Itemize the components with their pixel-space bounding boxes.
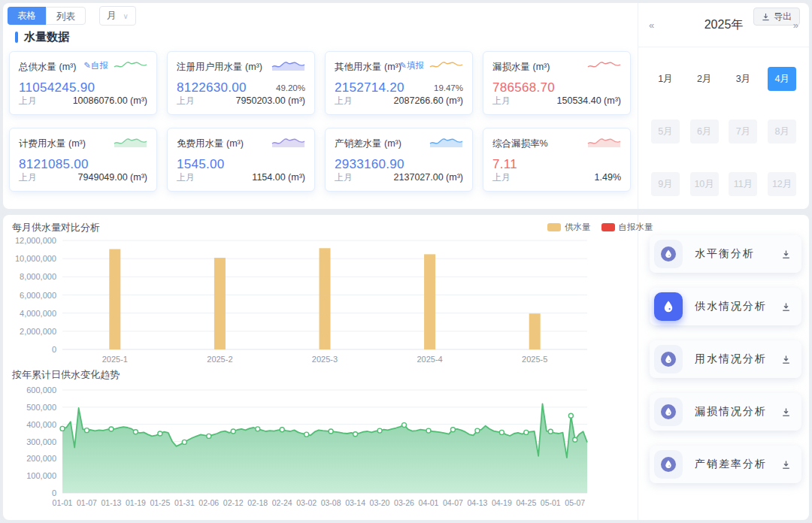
stat-card: 其他用水量 (m³)✎填报2152714.2019.47%上月2087266.6…: [325, 51, 473, 115]
calendar-month-7: 7月: [729, 119, 757, 144]
chevron-down-icon: ∨: [123, 12, 129, 20]
data-point[interactable]: [524, 430, 529, 434]
data-point[interactable]: [450, 428, 455, 432]
data-point[interactable]: [573, 437, 577, 442]
calendar-next-icon[interactable]: »: [793, 20, 798, 31]
data-point[interactable]: [182, 440, 186, 444]
data-point[interactable]: [568, 413, 573, 418]
calendar-month-grid: 1月2月3月4月5月6月7月8月9月10月11月12月: [638, 47, 809, 196]
water-drop-icon: [654, 398, 683, 426]
stat-card-footer: 上月150534.40 (m³): [492, 95, 621, 107]
calendar-prev-icon[interactable]: «: [649, 20, 654, 31]
prev-month-label: 上月: [177, 95, 195, 107]
sparkline-icon: [113, 134, 149, 149]
analysis-button-3[interactable]: 漏损情况分析: [650, 393, 801, 431]
data-point[interactable]: [231, 429, 235, 434]
calendar-month-4[interactable]: 4月: [768, 67, 796, 91]
stat-cards: 总供水量 (m³)✎自报11054245.90上月10086076.00 (m³…: [9, 51, 631, 192]
analysis-button-0[interactable]: 水平衡分析: [650, 235, 801, 273]
bar[interactable]: [529, 313, 541, 349]
download-icon[interactable]: [781, 460, 791, 470]
stat-card-value: 11054245.90: [19, 80, 147, 95]
svg-text:03-02: 03-02: [296, 498, 317, 507]
stat-card-value: 786568.70: [492, 80, 621, 95]
tab-table[interactable]: 表格: [8, 7, 46, 25]
svg-text:8,000,000: 8,000,000: [20, 272, 56, 281]
svg-text:01-19: 01-19: [126, 498, 146, 507]
svg-text:04-19: 04-19: [492, 498, 512, 507]
analysis-button-4[interactable]: 产销差率分析: [650, 446, 801, 483]
download-icon[interactable]: [781, 407, 791, 417]
data-point[interactable]: [133, 430, 138, 434]
report-tag-link[interactable]: ✎填报: [399, 60, 424, 71]
data-point[interactable]: [84, 428, 89, 433]
calendar-month-1[interactable]: 1月: [651, 67, 680, 91]
tab-list[interactable]: 列表: [46, 7, 86, 25]
svg-text:300,000: 300,000: [26, 437, 56, 446]
download-icon[interactable]: [781, 249, 791, 259]
data-point[interactable]: [60, 426, 65, 431]
edit-icon: ✎: [399, 61, 407, 70]
calendar-month-3[interactable]: 3月: [729, 67, 757, 91]
bar[interactable]: [214, 258, 226, 349]
daily-supply-area-chart: 0100,000200,000300,000400,000500,000600,…: [3, 383, 604, 518]
stat-card-title: 总供水量 (m³): [19, 62, 76, 72]
data-point[interactable]: [280, 428, 284, 432]
legend-item[interactable]: 供水量: [547, 222, 591, 233]
report-tag-link[interactable]: ✎自报: [83, 60, 108, 71]
stat-card: 免费用水量 (m³)1545.00上月1154.00 (m³): [167, 128, 315, 192]
stat-card-footer: 上月7949049.00 (m³): [19, 171, 147, 184]
stat-card-title: 免费用水量 (m³): [177, 138, 244, 149]
stat-card-value: 1545.00: [177, 157, 305, 172]
data-point[interactable]: [353, 432, 358, 437]
svg-text:02-12: 02-12: [223, 498, 244, 507]
prev-month-value: 2137027.00 (m³): [394, 172, 463, 183]
bar[interactable]: [109, 249, 120, 349]
stat-card-value: 8121085.00: [19, 157, 147, 172]
download-icon[interactable]: [781, 355, 791, 364]
data-point[interactable]: [402, 423, 407, 428]
bar-chart-title: 每月供水量对比分析: [12, 221, 100, 234]
analysis-button-label: 供水情况分析: [695, 300, 781, 313]
monthly-supply-bar-chart: 02,000,0004,000,0006,000,0008,000,00010,…: [3, 235, 604, 369]
data-point[interactable]: [475, 428, 480, 433]
svg-text:6,000,000: 6,000,000: [20, 291, 56, 300]
stat-card-footer: 上月7950203.00 (m³): [177, 95, 305, 107]
svg-text:4,000,000: 4,000,000: [20, 309, 56, 318]
water-drop-icon: [654, 240, 683, 268]
bar[interactable]: [320, 248, 331, 349]
data-point[interactable]: [329, 429, 333, 434]
prev-month-label: 上月: [335, 171, 353, 184]
prev-month-label: 上月: [19, 95, 37, 107]
svg-text:2025-2: 2025-2: [207, 355, 232, 364]
download-icon[interactable]: [781, 302, 791, 312]
svg-text:01-01: 01-01: [53, 498, 73, 507]
stat-card: 综合漏损率%7.11上月1.49%: [483, 128, 631, 192]
data-point[interactable]: [109, 427, 114, 431]
bar[interactable]: [424, 254, 435, 349]
calendar-month-2[interactable]: 2月: [690, 67, 719, 91]
legend-swatch-icon: [547, 223, 561, 231]
prev-month-value: 2087266.60 (m³): [394, 95, 463, 106]
data-point[interactable]: [256, 427, 260, 431]
stat-card-footer: 上月2087266.60 (m³): [335, 95, 463, 107]
legend-item[interactable]: 自报水量: [601, 222, 653, 233]
data-point[interactable]: [499, 430, 504, 434]
data-point[interactable]: [158, 431, 162, 436]
calendar-month-5: 5月: [651, 119, 680, 144]
analysis-button-1[interactable]: 供水情况分析: [650, 288, 801, 325]
data-point[interactable]: [377, 428, 382, 433]
data-point[interactable]: [548, 429, 553, 434]
data-point[interactable]: [304, 432, 309, 437]
stat-card-title: 漏损水量 (m³): [492, 62, 550, 72]
svg-text:03-20: 03-20: [370, 498, 390, 507]
sparkline-icon: [271, 134, 307, 149]
edit-icon: ✎: [83, 61, 91, 70]
report-tag-label: 自报: [91, 61, 108, 70]
analysis-button-2[interactable]: 用水情况分析: [650, 340, 801, 378]
period-select[interactable]: 月 ∨: [99, 6, 136, 26]
stat-card: 计费用水量 (m³)8121085.00上月7949049.00 (m³): [9, 128, 157, 192]
data-point[interactable]: [426, 428, 431, 433]
svg-text:03-08: 03-08: [321, 498, 341, 507]
data-point[interactable]: [207, 434, 211, 438]
